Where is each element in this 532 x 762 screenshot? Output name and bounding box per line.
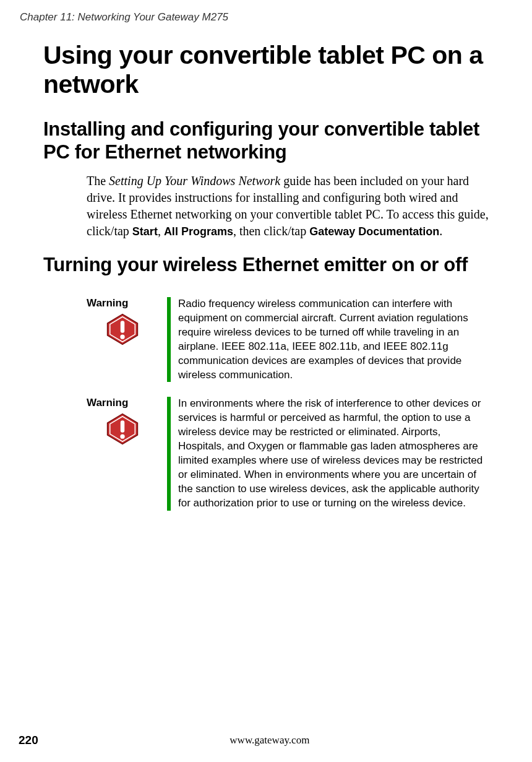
- chapter-header: Chapter 11: Networking Your Gateway M275: [20, 11, 501, 24]
- svg-rect-2: [121, 321, 125, 333]
- page-number: 220: [19, 734, 38, 747]
- page-footer: 220 www.gateway.com: [19, 734, 501, 747]
- text-fragment: ,: [158, 224, 164, 238]
- text-italic: Setting Up Your Windows Network: [109, 174, 280, 188]
- text-fragment: The: [87, 174, 109, 188]
- ui-label-gateway-docs: Gateway Documentation: [309, 225, 439, 238]
- svg-point-3: [120, 334, 124, 339]
- warning-box: Warning In environments where the risk o…: [87, 397, 501, 511]
- ui-label-start: Start: [132, 225, 158, 238]
- svg-rect-6: [121, 421, 125, 433]
- warning-label: Warning: [87, 297, 161, 310]
- warning-left-col: Warning: [87, 297, 167, 383]
- text-fragment: , then click/tap: [233, 224, 309, 238]
- warning-divider-bar: [167, 397, 171, 511]
- section-heading-wireless: Turning your wireless Ethernet emitter o…: [43, 253, 501, 276]
- page-title: Using your convertible tablet PC on a ne…: [43, 41, 501, 99]
- warning-divider-bar: [167, 297, 171, 383]
- warning-label: Warning: [87, 397, 161, 409]
- section-heading-install: Installing and configuring your converti…: [43, 118, 501, 163]
- warning-text: In environments where the risk of interf…: [178, 397, 501, 511]
- warning-box: Warning Radio frequency wireless communi…: [87, 297, 501, 383]
- body-paragraph: The Setting Up Your Windows Network guid…: [87, 173, 495, 240]
- text-fragment: .: [439, 224, 442, 238]
- warning-icon: [106, 313, 161, 345]
- footer-url: www.gateway.com: [230, 734, 309, 747]
- warning-text: Radio frequency wireless communication c…: [178, 297, 501, 383]
- svg-point-7: [120, 435, 124, 439]
- warning-left-col: Warning: [87, 397, 167, 511]
- ui-label-all-programs: All Programs: [164, 225, 233, 238]
- warning-icon: [106, 413, 161, 445]
